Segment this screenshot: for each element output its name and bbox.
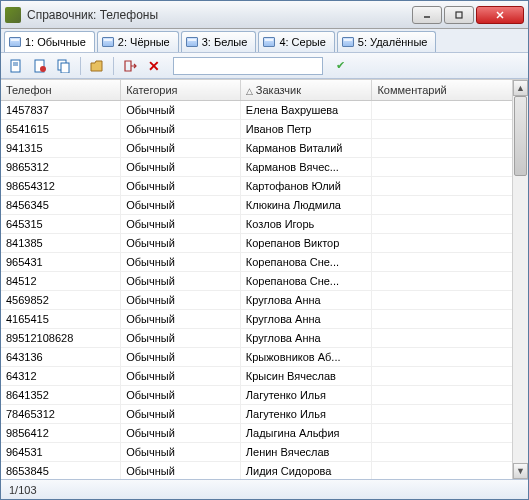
table-row[interactable]: 64312ОбычныйКрысин Вячеслав — [1, 366, 528, 385]
cell-comment — [372, 119, 528, 138]
minimize-button[interactable] — [412, 6, 442, 24]
table-row[interactable]: 841385ОбычныйКорепанов Виктор — [1, 233, 528, 252]
tab-label: 4: Серые — [279, 36, 325, 48]
tab-3[interactable]: 4: Серые — [258, 31, 334, 52]
cell-category: Обычный — [121, 442, 241, 461]
column-header-customer[interactable]: △Заказчик — [240, 80, 372, 100]
column-header-comment[interactable]: Комментарий — [372, 80, 528, 100]
copy-record-button[interactable] — [53, 56, 75, 76]
cell-comment — [372, 423, 528, 442]
cell-comment — [372, 366, 528, 385]
delete-button[interactable]: ✕ — [143, 56, 165, 76]
open-folder-button[interactable] — [86, 56, 108, 76]
table-row[interactable]: 643136ОбычныйКрыжовников Аб... — [1, 347, 528, 366]
cell-category: Обычный — [121, 233, 241, 252]
column-header-category[interactable]: Категория — [121, 80, 241, 100]
svg-rect-1 — [456, 12, 462, 18]
new-record-button[interactable] — [5, 56, 27, 76]
tab-icon — [102, 37, 114, 47]
vertical-scrollbar: ▲ ▼ — [512, 80, 528, 479]
cell-comment — [372, 157, 528, 176]
table-row[interactable]: 645315ОбычныйКозлов Игорь — [1, 214, 528, 233]
svg-rect-10 — [61, 63, 69, 73]
sort-asc-icon: △ — [246, 86, 253, 96]
cell-comment — [372, 347, 528, 366]
cell-comment — [372, 385, 528, 404]
cell-category: Обычный — [121, 157, 241, 176]
table-row[interactable]: 98654312ОбычныйКартофанов Юлий — [1, 176, 528, 195]
cell-category: Обычный — [121, 100, 241, 119]
maximize-button[interactable] — [444, 6, 474, 24]
cell-phone: 4569852 — [1, 290, 121, 309]
cell-customer: Козлов Игорь — [240, 214, 372, 233]
table-row[interactable]: 6541615ОбычныйИванов Петр — [1, 119, 528, 138]
scroll-thumb[interactable] — [514, 96, 527, 176]
table-row[interactable]: 8653845ОбычныйЛидия Сидорова — [1, 461, 528, 479]
tab-4[interactable]: 5: Удалённые — [337, 31, 437, 52]
table-row[interactable]: 964531ОбычныйЛенин Вячеслав — [1, 442, 528, 461]
table-row[interactable]: 965431ОбычныйКорепанова Сне... — [1, 252, 528, 271]
edit-record-button[interactable] — [29, 56, 51, 76]
table-row[interactable]: 941315ОбычныйКарманов Виталий — [1, 138, 528, 157]
app-window: Справочник: Телефоны 1: Обычные2: Чёрные… — [0, 0, 529, 500]
table-row[interactable]: 9856412ОбычныйЛадыгина Альфия — [1, 423, 528, 442]
cell-phone: 4165415 — [1, 309, 121, 328]
table-row[interactable]: 89512108628ОбычныйКруглова Анна — [1, 328, 528, 347]
table-row[interactable]: 1457837ОбычныйЕлена Вахрушева — [1, 100, 528, 119]
export-button[interactable] — [119, 56, 141, 76]
cell-category: Обычный — [121, 290, 241, 309]
cell-comment — [372, 328, 528, 347]
toolbar: ✕ ✔ — [1, 53, 528, 79]
delete-x-icon: ✕ — [148, 58, 160, 74]
cell-comment — [372, 442, 528, 461]
table-row[interactable]: 9865312ОбычныйКарманов Вячес... — [1, 157, 528, 176]
scroll-up-button[interactable]: ▲ — [513, 80, 528, 96]
tab-0[interactable]: 1: Обычные — [4, 31, 95, 52]
tab-label: 1: Обычные — [25, 36, 86, 48]
cell-customer: Картофанов Юлий — [240, 176, 372, 195]
scroll-track[interactable] — [513, 96, 528, 463]
cell-category: Обычный — [121, 138, 241, 157]
checkmark-icon: ✔ — [336, 59, 345, 72]
cell-customer: Иванов Петр — [240, 119, 372, 138]
cell-phone: 643136 — [1, 347, 121, 366]
svg-rect-4 — [11, 60, 20, 72]
cell-customer: Корепанова Сне... — [240, 252, 372, 271]
grid-area: Телефон Категория △Заказчик Комментарий … — [1, 79, 528, 479]
table-row[interactable]: 8456345ОбычныйКлюкина Людмила — [1, 195, 528, 214]
cell-category: Обычный — [121, 271, 241, 290]
tab-2[interactable]: 3: Белые — [181, 31, 257, 52]
table-row[interactable]: 8641352ОбычныйЛагутенко Илья — [1, 385, 528, 404]
cell-category: Обычный — [121, 328, 241, 347]
header-label: Комментарий — [377, 84, 446, 96]
cell-category: Обычный — [121, 385, 241, 404]
table-row[interactable]: 4165415ОбычныйКруглова Анна — [1, 309, 528, 328]
data-grid: Телефон Категория △Заказчик Комментарий … — [1, 80, 528, 479]
tab-label: 5: Удалённые — [358, 36, 428, 48]
cell-category: Обычный — [121, 461, 241, 479]
cell-category: Обычный — [121, 252, 241, 271]
close-button[interactable] — [476, 6, 524, 24]
cell-phone: 964531 — [1, 442, 121, 461]
table-row[interactable]: 84512ОбычныйКорепанова Сне... — [1, 271, 528, 290]
scroll-down-button[interactable]: ▼ — [513, 463, 528, 479]
tab-icon — [9, 37, 21, 47]
cell-customer: Ленин Вячеслав — [240, 442, 372, 461]
cell-phone: 8653845 — [1, 461, 121, 479]
table-row[interactable]: 78465312ОбычныйЛагутенко Илья — [1, 404, 528, 423]
separator — [80, 57, 81, 75]
table-row[interactable]: 4569852ОбычныйКруглова Анна — [1, 290, 528, 309]
tab-icon — [263, 37, 275, 47]
search-input[interactable] — [173, 57, 323, 75]
cell-phone: 8641352 — [1, 385, 121, 404]
cell-phone: 89512108628 — [1, 328, 121, 347]
cell-customer: Лагутенко Илья — [240, 385, 372, 404]
cell-comment — [372, 271, 528, 290]
apply-filter-button[interactable]: ✔ — [331, 57, 349, 75]
cell-category: Обычный — [121, 309, 241, 328]
column-header-phone[interactable]: Телефон — [1, 80, 121, 100]
cell-phone: 84512 — [1, 271, 121, 290]
cell-comment — [372, 100, 528, 119]
tab-1[interactable]: 2: Чёрные — [97, 31, 179, 52]
tab-icon — [342, 37, 354, 47]
